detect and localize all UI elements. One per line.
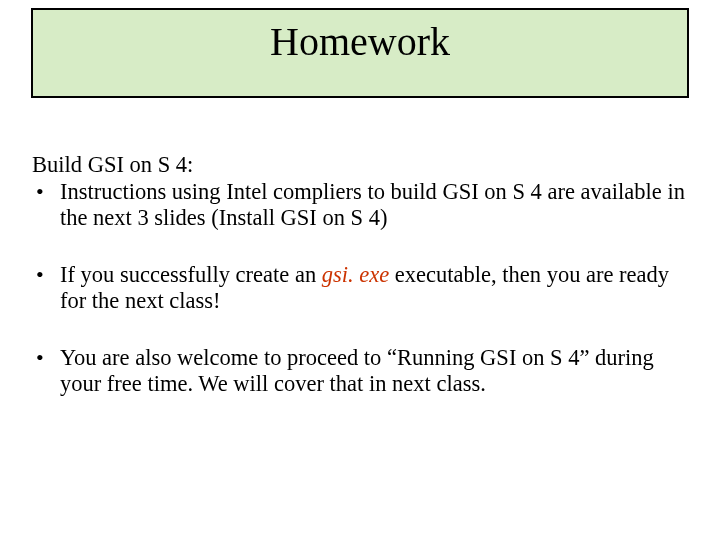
bullet-item: If you successfully create an gsi. exe e…: [32, 262, 688, 315]
content-area: Build GSI on S 4: Instructions using Int…: [30, 152, 690, 398]
bullet-item: You are also welcome to proceed to “Runn…: [32, 345, 688, 398]
slide: Homework Build GSI on S 4: Instructions …: [0, 0, 720, 540]
intro-text: Build GSI on S 4:: [32, 152, 688, 179]
title-box: Homework: [31, 8, 689, 98]
spacer: [32, 232, 688, 262]
bullet-text-pre: If you successfully create an: [60, 262, 322, 287]
bullet-item: Instructions using Intel compliers to bu…: [32, 179, 688, 232]
slide-title: Homework: [270, 18, 450, 65]
bullet-text: Instructions using Intel compliers to bu…: [60, 179, 685, 231]
bullet-list: If you successfully create an gsi. exe e…: [32, 262, 688, 398]
highlight-text: gsi. exe: [322, 262, 389, 287]
bullet-text: You are also welcome to proceed to “Runn…: [60, 345, 654, 397]
bullet-list: Instructions using Intel compliers to bu…: [32, 179, 688, 232]
